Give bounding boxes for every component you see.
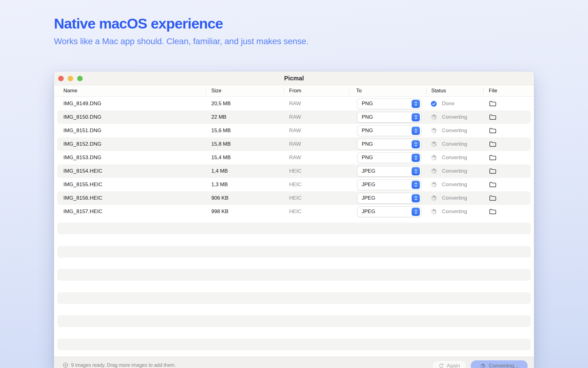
traffic-lights [58,76,83,81]
target-format-value: PNG [362,128,373,134]
source-format: HEIC [284,209,349,215]
converting-button[interactable]: Converting... [471,360,528,368]
file-size: 15,6 MB [206,128,284,134]
zoom-window-button[interactable] [77,76,83,81]
converting-button-label: Converting... [489,363,518,368]
target-format-value: JPEG [362,195,375,201]
status-bar-message-group: 9 images ready. Drag more images to add … [63,362,176,368]
column-header-name[interactable]: Name [54,88,206,94]
target-format-dropdown[interactable]: JPEG [357,193,421,204]
file-size: 15,8 MB [206,141,284,147]
file-name: IMG_8154.HEIC [54,168,206,174]
column-header-status[interactable]: Status [426,88,483,94]
converting-spinner-icon [430,127,437,134]
empty-row-band [57,315,531,327]
converting-spinner-icon [430,168,437,175]
status-label: Converting [442,209,467,215]
minimize-window-button[interactable] [68,76,73,81]
empty-row-band [57,269,531,281]
target-format-value: JPEG [362,168,375,174]
column-divider [426,88,427,94]
column-divider [284,88,284,94]
table-row[interactable]: IMG_8151.DNG 15,6 MB RAW PNG [54,124,534,137]
target-format-dropdown[interactable]: PNG [357,98,421,109]
converting-spinner-icon [430,141,437,148]
table-row[interactable]: IMG_8154.HEIC 1,4 MB HEIC JPEG [54,164,534,178]
file-table-body: IMG_8149.DNG 20,5 MB RAW PNG [54,97,534,218]
target-format-value: PNG [362,141,373,147]
status-label: Converting [442,195,467,201]
target-format-value: PNG [362,101,373,107]
open-folder-icon[interactable] [489,155,496,161]
open-folder-icon[interactable] [489,114,496,120]
chevron-up-down-icon [412,194,420,202]
file-size: 998 KB [206,209,284,215]
open-folder-icon[interactable] [489,141,496,147]
target-format-dropdown[interactable]: JPEG [357,206,421,217]
converting-spinner-icon [480,363,486,368]
converting-spinner-icon [430,208,437,215]
open-folder-icon[interactable] [489,195,496,201]
source-format: HEIC [284,182,349,188]
target-format-value: JPEG [362,209,375,215]
converting-spinner-icon [430,195,437,202]
table-row[interactable]: IMG_8157.HEIC 998 KB HEIC JPEG [54,205,534,218]
target-format-dropdown[interactable]: PNG [357,112,421,123]
target-format-dropdown[interactable]: PNG [357,152,421,163]
open-folder-icon[interactable] [489,182,496,188]
chevron-up-down-icon [412,100,420,108]
target-format-dropdown[interactable]: PNG [357,139,421,150]
target-format-value: PNG [362,114,373,120]
status-label: Converting [442,141,467,147]
column-header-file[interactable]: File [483,88,534,94]
again-button[interactable]: Again [432,360,466,368]
add-images-icon [63,362,68,368]
column-header-from[interactable]: From [284,88,349,94]
status-label: Converting [442,182,467,188]
status-label: Converting [442,114,467,120]
open-folder-icon[interactable] [489,209,496,215]
table-row[interactable]: IMG_8155.HEIC 1,3 MB HEIC JPEG [54,178,534,191]
file-size: 1,4 MB [206,168,284,174]
table-row[interactable]: IMG_8153.DNG 15,4 MB RAW PNG [54,151,534,164]
table-row[interactable]: IMG_8156.HEIC 906 KB HEIC JPEG [54,191,534,205]
table-row[interactable]: IMG_8150.DNG 22 MB RAW PNG [54,110,534,124]
column-header-size[interactable]: Size [206,88,284,94]
file-name: IMG_8149.DNG [54,101,206,107]
converting-spinner-icon [430,114,437,121]
close-window-button[interactable] [58,76,64,81]
chevron-up-down-icon [412,127,420,135]
target-format-dropdown[interactable]: PNG [357,125,421,136]
status-label: Converting [442,155,467,161]
window-titlebar[interactable]: Picmal [54,72,534,85]
empty-rows-area [54,223,534,351]
source-format: HEIC [284,195,349,201]
column-divider [349,88,349,94]
status-bar-message: 9 images ready. Drag more images to add … [71,362,176,368]
open-folder-icon[interactable] [489,168,496,174]
chevron-up-down-icon [412,140,420,148]
empty-row-band [57,339,531,350]
empty-row-band [57,246,531,258]
hero-section: Native macOS experience Works like a Mac… [54,15,308,46]
column-divider [206,88,206,94]
done-check-icon [431,101,437,107]
chevron-up-down-icon [412,208,420,216]
column-header-to[interactable]: To [349,88,426,94]
app-window: Picmal Name Size From To Status File IMG… [54,71,534,368]
status-bar: 9 images ready. Drag more images to add … [54,357,534,368]
table-row[interactable]: IMG_8152.DNG 15,8 MB RAW PNG [54,137,534,151]
chevron-up-down-icon [412,113,420,121]
converting-spinner-icon [430,154,437,161]
status-label: Converting [442,128,467,134]
open-folder-icon[interactable] [489,101,496,107]
table-row[interactable]: IMG_8149.DNG 20,5 MB RAW PNG [54,97,534,110]
status-label: Done [442,101,454,107]
target-format-dropdown[interactable]: JPEG [357,166,421,177]
file-size: 15,4 MB [206,155,284,161]
converting-spinner-icon [430,181,437,188]
target-format-dropdown[interactable]: JPEG [357,179,421,190]
file-name: IMG_8157.HEIC [54,209,206,215]
open-folder-icon[interactable] [489,128,496,134]
source-format: HEIC [284,168,349,174]
